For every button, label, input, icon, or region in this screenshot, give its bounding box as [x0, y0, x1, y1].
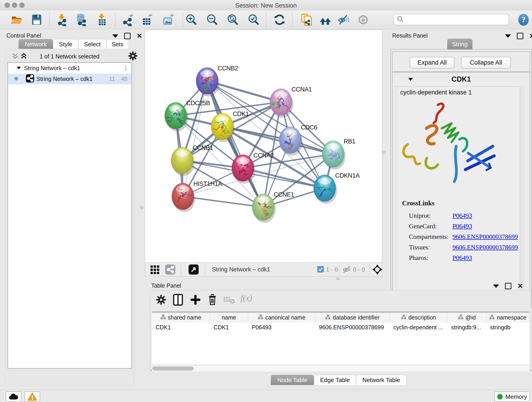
- tab-node-table[interactable]: Node Table: [271, 375, 314, 385]
- column-header-database-identifier[interactable]: database identifier: [315, 313, 390, 322]
- title-bar: Session: New Session: [0, 0, 532, 11]
- node-HIST1H1A[interactable]: HIST1H1A: [172, 180, 222, 210]
- network-edge-count: 48: [121, 76, 127, 82]
- crosslink-label: Pharos:: [409, 254, 452, 262]
- network-selection-status: 1 of 1 Network selected: [5, 53, 134, 60]
- tab-network[interactable]: Network: [19, 39, 53, 49]
- panel-float-icon[interactable]: [517, 33, 523, 39]
- network-graph[interactable]: CCNB2CCNA1CDC25BCDK1CDC6RB1CCNB1CCNA2CDK…: [145, 30, 382, 262]
- add-column-icon[interactable]: [190, 294, 201, 306]
- panel-collapse-icon[interactable]: [112, 34, 118, 38]
- table-hscrollbar-thumb[interactable]: [152, 366, 194, 370]
- import-network-database-button[interactable]: [75, 13, 88, 26]
- grid-view-icon[interactable]: [150, 264, 160, 275]
- results-panel-title: Results Panel: [392, 32, 428, 39]
- table-cell[interactable]: CDK1: [152, 322, 210, 332]
- show-columns-icon[interactable]: [172, 294, 184, 307]
- tab-network-table[interactable]: Network Table: [356, 375, 406, 385]
- cloud-services-button[interactable]: [6, 391, 21, 402]
- delete-column-icon[interactable]: [207, 294, 218, 307]
- table-cell[interactable]: 9606.ENSP00000378699: [315, 322, 390, 332]
- tab-string[interactable]: String: [447, 39, 472, 50]
- import-table-file-button[interactable]: [95, 13, 108, 26]
- node-CDKN1A[interactable]: CDKN1A: [314, 172, 360, 201]
- network-canvas[interactable]: CCNB2CCNA1CDC25BCDK1CDC6RB1CCNB1CCNA2CDK…: [145, 30, 382, 263]
- apply-layout-button[interactable]: [273, 13, 286, 26]
- edge-CCNB2-HIST1H1A[interactable]: [183, 81, 207, 196]
- panel-float-icon[interactable]: [124, 33, 131, 39]
- table-panel: Table Panel ✕ f(x) shared namenamecanoni…: [148, 280, 532, 387]
- crosslink-value-link[interactable]: 9606.ENSP00000378699: [452, 244, 518, 251]
- window-title: Session: New Session: [0, 2, 532, 9]
- right-splitter-handle[interactable]: [382, 151, 386, 155]
- zoom-in-button[interactable]: [185, 13, 198, 26]
- node-RB1[interactable]: RB1: [322, 138, 355, 167]
- network-from-selection-button[interactable]: [299, 13, 312, 26]
- column-header-shared-name[interactable]: shared name: [152, 313, 210, 322]
- zoom-selected-button[interactable]: [247, 13, 260, 26]
- panel-float-icon[interactable]: [505, 283, 511, 289]
- open-session-button[interactable]: [10, 13, 23, 26]
- zoom-out-button[interactable]: [206, 13, 219, 26]
- import-network-file-button[interactable]: [55, 13, 68, 26]
- table-cell[interactable]: CDK1: [210, 322, 248, 332]
- column-header-canonical-name[interactable]: canonical name: [248, 313, 315, 322]
- crosslink-value-link[interactable]: 9606.ENSP00000378699: [452, 233, 518, 240]
- network-collection-row[interactable]: String Network – cdk1 1: [8, 63, 132, 74]
- birds-eye-view-icon[interactable]: [189, 264, 199, 275]
- column-header-description[interactable]: description: [390, 313, 447, 322]
- column-header-name[interactable]: name: [210, 313, 248, 322]
- expand-all-button[interactable]: Expand All: [410, 57, 455, 69]
- column-header-@id[interactable]: @id: [447, 313, 486, 322]
- tab-sets[interactable]: Sets: [106, 39, 129, 49]
- node-label-CCNB2: CCNB2: [218, 65, 238, 72]
- table-cell[interactable]: P06493: [248, 322, 315, 332]
- table-hscrollbar[interactable]: [152, 365, 530, 371]
- collapse-all-button[interactable]: Collapse All: [461, 57, 511, 69]
- search-box: [393, 14, 509, 25]
- panel-collapse-icon[interactable]: [493, 284, 499, 288]
- table-options-gear-icon[interactable]: [155, 294, 167, 306]
- pan-crosshair-icon[interactable]: [372, 264, 383, 276]
- node-label-CDC25B: CDC25B: [186, 100, 210, 107]
- tab-edge-table[interactable]: Edge Table: [314, 375, 356, 385]
- export-image-button[interactable]: [162, 13, 175, 26]
- selected-checkbox-icon[interactable]: [317, 266, 324, 274]
- show-all-button[interactable]: [357, 13, 370, 26]
- warnings-button[interactable]: [25, 391, 40, 402]
- table-cell[interactable]: cyclin-dependent ...: [390, 322, 447, 332]
- panel-close-icon[interactable]: ✕: [529, 33, 532, 38]
- export-network-button[interactable]: [122, 13, 134, 26]
- network-row-selected[interactable]: String Network – cdk1 11 48: [8, 74, 132, 84]
- help-button[interactable]: ?: [517, 13, 530, 27]
- network-view-icon[interactable]: [165, 264, 175, 275]
- first-neighbors-button[interactable]: [319, 13, 332, 26]
- hide-selected-button[interactable]: [337, 13, 350, 26]
- panel-close-icon[interactable]: ✕: [137, 33, 142, 38]
- memory-button[interactable]: Memory: [494, 391, 530, 402]
- save-session-button[interactable]: [30, 13, 43, 26]
- crosslink-value-link[interactable]: P06493: [452, 254, 472, 262]
- tab-style[interactable]: Style: [53, 39, 78, 49]
- search-input[interactable]: [404, 16, 501, 23]
- tree-expander-icon[interactable]: [16, 65, 24, 71]
- table-row[interactable]: CDK1CDK1P064939606.ENSP00000378699cyclin…: [152, 322, 530, 332]
- table-panel-title: Table Panel: [151, 282, 181, 289]
- crosslink-value-link[interactable]: P06493: [452, 223, 472, 230]
- left-splitter-handle[interactable]: [140, 206, 144, 211]
- toolbar-separator: [183, 12, 183, 27]
- network-view-toolbar: String Network – cdk1 1 - 0 0 - 0: [145, 263, 382, 276]
- results-scrollbar[interactable]: [520, 88, 523, 301]
- zoom-fit-button[interactable]: [226, 13, 239, 26]
- panel-collapse-icon[interactable]: [505, 34, 511, 38]
- table-cell[interactable]: stringdb: [486, 322, 530, 332]
- panel-close-icon[interactable]: ✕: [517, 283, 523, 288]
- table-cell[interactable]: stringdb:9...: [447, 322, 486, 332]
- export-table-button[interactable]: [141, 13, 153, 26]
- edge-CCNB2-CCNE1[interactable]: [207, 81, 263, 207]
- crosslink-value-link[interactable]: P06493: [452, 212, 472, 219]
- column-header-namespace[interactable]: namespace: [486, 313, 530, 322]
- column-header-label: shared name: [168, 314, 201, 321]
- network-options-gear-icon[interactable]: [128, 51, 138, 62]
- tab-select[interactable]: Select: [78, 39, 106, 49]
